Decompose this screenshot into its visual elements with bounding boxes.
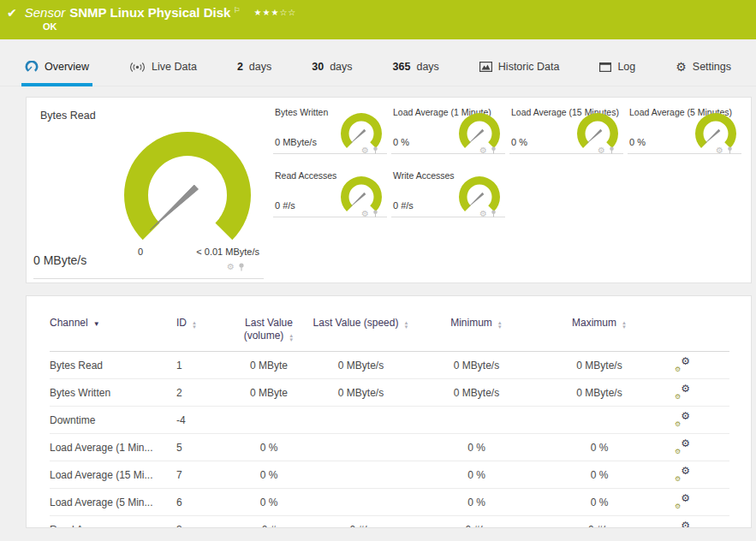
tab-label: days	[416, 61, 438, 73]
column-header-maximum[interactable]: Maximum▲▼	[543, 296, 656, 352]
channel-settings-icon[interactable]: ⚙⚙	[675, 385, 690, 397]
column-header-id[interactable]: ID▲▼	[176, 296, 226, 352]
channel-settings-icon[interactable]: ⚙⚙	[675, 467, 690, 479]
table-row[interactable]: Load Average (1 Min... 5 0 % 0 % 0 % ⚙⚙	[50, 434, 729, 461]
column-header-minimum[interactable]: Minimum▲▼	[410, 296, 543, 352]
sensor-header: ✔ Sensor SNMP Linux Physical Disk ⚐ ★★★☆…	[0, 0, 756, 39]
channel-settings-icon[interactable]: ⚙⚙	[675, 522, 690, 528]
primary-gauge-bytes-read: Bytes Read 0 < 0.01 MByte/s 0 MByte/s ⚙	[33, 103, 271, 274]
maximum-value: 0 MByte/s	[543, 379, 656, 407]
gauge-value: 0 %	[629, 137, 646, 147]
column-label: Last Value	[245, 317, 293, 329]
tab-label: days	[330, 61, 352, 73]
channel-settings-icon[interactable]: ⚙⚙	[675, 495, 690, 507]
channel-name: Load Average (1 Min...	[50, 434, 176, 461]
table-row[interactable]: Bytes Written 2 0 MByte 0 MByte/s 0 MByt…	[50, 379, 729, 407]
last-value-speed: 0 MByte/s	[312, 379, 410, 407]
star-filled-icons[interactable]: ★★★	[253, 8, 279, 17]
gear-icon[interactable]: ⚙	[361, 146, 369, 155]
sensor-kind-label: Sensor	[25, 5, 66, 20]
channel-settings-icon[interactable]: ⚙⚙	[675, 413, 690, 425]
tab-live-data[interactable]: Live Data	[126, 61, 200, 86]
gauge-icon	[25, 61, 39, 73]
channels-panel: Channel▼ ID▲▼ Last Value(volume)▲▼ Last …	[26, 295, 752, 528]
divider	[33, 278, 264, 279]
area-chart-icon	[479, 62, 492, 72]
gear-icon[interactable]: ⚙	[479, 146, 487, 155]
tab-2-days[interactable]: 2days	[234, 61, 275, 86]
gauge-label: Bytes Read	[40, 110, 96, 122]
broadcast-icon	[129, 62, 146, 73]
pin-icon[interactable]	[238, 263, 245, 271]
last-value-volume: 0 %	[226, 461, 312, 489]
gear-icon[interactable]: ⚙	[227, 262, 235, 271]
last-value-volume: 0 MByte	[226, 379, 312, 407]
minimum-value: 0 %	[410, 461, 543, 489]
column-header-last-value-volume[interactable]: Last Value(volume)▲▼	[226, 296, 312, 352]
tab-label: Historic Data	[498, 61, 560, 73]
maximum-value: 0 %	[543, 489, 656, 516]
minimum-value	[410, 407, 543, 434]
channel-id: 6	[176, 489, 226, 516]
last-value-volume: 0 %	[226, 434, 312, 461]
gauge-value: 0 #/s	[275, 200, 295, 211]
channel-name: Bytes Read	[50, 352, 176, 379]
tab-label: Live Data	[152, 61, 197, 73]
last-value-speed	[312, 434, 410, 461]
table-row[interactable]: Read Accesses 3 0 # 0 #/s 0 #/s 0 #/s ⚙⚙	[50, 516, 729, 529]
gear-icon[interactable]: ⚙	[361, 209, 369, 218]
gear-icon[interactable]: ⚙	[598, 146, 605, 155]
gauge-label: Read Accesses	[275, 170, 336, 181]
pin-icon[interactable]	[372, 146, 378, 154]
tab-overview[interactable]: Overview	[21, 61, 92, 86]
gear-icon[interactable]: ⚙	[716, 146, 723, 155]
table-row[interactable]: Bytes Read 1 0 MByte 0 MByte/s 0 MByte/s…	[50, 352, 729, 379]
pin-icon[interactable]	[491, 210, 497, 217]
maximum-value: 0 MByte/s	[543, 352, 656, 379]
channels-table: Channel▼ ID▲▼ Last Value(volume)▲▼ Last …	[50, 296, 729, 528]
table-row[interactable]: Load Average (5 Min... 6 0 % 0 % 0 % ⚙⚙	[50, 489, 729, 516]
window-icon	[599, 62, 611, 72]
last-value-volume: 0 MByte	[226, 352, 312, 379]
flag-icon[interactable]: ⚐	[233, 6, 240, 15]
column-label: Maximum	[572, 317, 616, 329]
column-label: Minimum	[450, 317, 492, 329]
tab-log[interactable]: Log	[596, 61, 639, 86]
maximum-value	[543, 407, 656, 434]
tab-bar: Overview Live Data 2days 30days 365days …	[0, 39, 756, 86]
channel-id: 5	[176, 434, 226, 461]
channel-settings-icon[interactable]: ⚙⚙	[675, 358, 690, 370]
tab-settings[interactable]: ⚙ Settings	[672, 61, 735, 86]
column-header-last-value-speed[interactable]: Last Value (speed)▲▼	[312, 296, 410, 352]
sort-icons: ▲▼	[403, 321, 408, 330]
gauge-value: 0 %	[511, 137, 527, 147]
last-value-volume	[226, 407, 312, 434]
minimum-value: 0 %	[410, 434, 543, 461]
gauge-cell-read-accesses: Read Accesses 0 #/s ⚙	[273, 166, 387, 217]
gauges-panel: Bytes Read 0 < 0.01 MByte/s 0 MByte/s ⚙ …	[26, 97, 752, 283]
tab-historic-data[interactable]: Historic Data	[476, 61, 563, 86]
table-header-row: Channel▼ ID▲▼ Last Value(volume)▲▼ Last …	[50, 296, 729, 352]
tab-365-days[interactable]: 365days	[390, 61, 443, 86]
pin-icon[interactable]	[372, 210, 378, 217]
table-row[interactable]: Downtime -4 ⚙⚙	[50, 407, 729, 434]
column-header-channel[interactable]: Channel▼	[50, 296, 176, 352]
gauge-dial	[119, 123, 256, 260]
channel-id: 3	[176, 516, 226, 529]
channel-settings-icon[interactable]: ⚙⚙	[675, 440, 690, 452]
priority-stars[interactable]: ★★★☆☆	[253, 8, 296, 17]
tab-30-days[interactable]: 30days	[308, 61, 355, 86]
table-row[interactable]: Load Average (15 Mi... 7 0 % 0 % 0 % ⚙⚙	[50, 461, 729, 489]
gear-icon[interactable]: ⚙	[479, 209, 487, 218]
pin-icon[interactable]	[727, 146, 733, 154]
tab-label: Settings	[693, 61, 731, 73]
gauge-value: 0 MByte/s	[33, 253, 86, 267]
last-value-speed: 0 #/s	[312, 516, 410, 529]
last-value-volume: 0 %	[226, 489, 312, 516]
star-empty-icons[interactable]: ☆☆	[279, 8, 296, 17]
sort-icons: ▲▼	[622, 321, 627, 330]
pin-icon[interactable]	[609, 146, 615, 154]
sort-icons: ▲▼	[289, 334, 294, 342]
minimum-value: 0 MByte/s	[410, 379, 543, 407]
pin-icon[interactable]	[491, 146, 497, 154]
